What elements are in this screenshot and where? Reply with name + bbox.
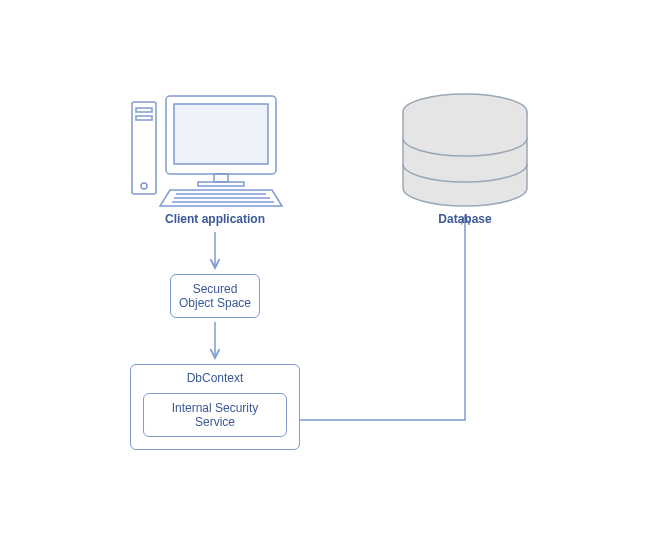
dbcontext-label: DbContext (131, 371, 299, 385)
svg-rect-4 (166, 96, 276, 174)
secured-object-space-label: Secured Object Space (171, 282, 259, 310)
svg-rect-0 (132, 102, 156, 194)
secured-object-space-box: Secured Object Space (170, 274, 260, 318)
client-application-label: Client application (150, 212, 280, 226)
svg-rect-2 (136, 116, 152, 120)
internal-security-service-box: Internal Security Service (143, 393, 287, 437)
svg-point-11 (403, 94, 527, 130)
svg-rect-1 (136, 108, 152, 112)
svg-rect-5 (174, 104, 268, 164)
arrow-dbcontext-to-database (300, 216, 465, 420)
client-computer-icon (132, 96, 282, 206)
internal-security-service-label: Internal Security Service (144, 401, 286, 429)
svg-point-3 (141, 183, 147, 189)
database-label: Database (415, 212, 515, 226)
svg-rect-7 (198, 182, 244, 186)
database-icon (403, 94, 527, 206)
svg-rect-6 (214, 174, 228, 182)
dbcontext-box: DbContext Internal Security Service (130, 364, 300, 450)
